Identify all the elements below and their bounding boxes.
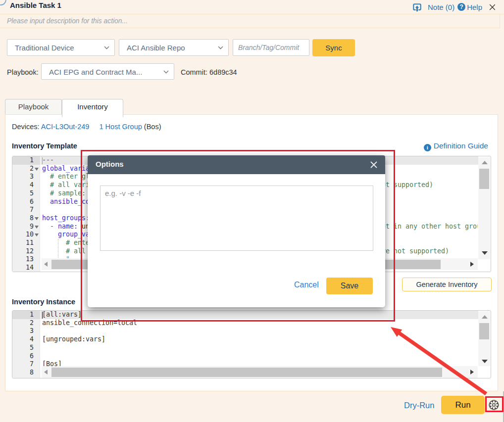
dialog-title: Ansible Task 1	[10, 1, 61, 9]
options-modal-header: Options	[88, 155, 385, 174]
commit-text: Commit: 6d89c34	[181, 68, 237, 76]
code-line: ansible_connection=local	[42, 319, 137, 328]
code-line: # sample:	[42, 189, 86, 198]
description-placeholder: Please input description for this action…	[7, 17, 128, 25]
chevron-down-icon	[104, 46, 109, 49]
fold-arrow-icon[interactable]	[35, 168, 39, 171]
definition-guide-label: Definition Guide	[434, 141, 488, 150]
note-link[interactable]: Note (0)	[428, 3, 454, 11]
line-number: 6	[12, 352, 34, 361]
line-number: 4	[12, 181, 34, 189]
editor2-vertical-scrollbar[interactable]	[478, 311, 490, 366]
corner-arc-decoration	[0, 0, 6, 5]
line-number: 5	[12, 344, 34, 352]
repo-select[interactable]: ACI Ansible Repo	[119, 39, 229, 56]
description-input[interactable]: Please input description for this action…	[0, 14, 500, 28]
devices-row: Devices: ACI-L3Out-249 1 Host Group (Bos…	[12, 123, 161, 131]
dry-run-link[interactable]: Dry-Run	[404, 401, 434, 410]
line-number: 13	[12, 255, 34, 264]
branch-input[interactable]: Branch/Tag/Commit	[233, 39, 309, 56]
code-line: host_groups:	[42, 214, 90, 223]
line-number: 5	[12, 189, 34, 198]
chevron-down-icon	[163, 70, 169, 74]
host-group-suffix: (Bos)	[144, 123, 161, 131]
line-number: 7	[12, 360, 34, 369]
run-button[interactable]: Run	[441, 396, 485, 414]
gear-icon[interactable]	[489, 400, 499, 410]
line-number: 1	[12, 156, 34, 165]
fold-arrow-icon[interactable]	[35, 226, 39, 229]
indent-guide	[58, 239, 58, 258]
options-modal: Options e.g. -v -e -f Cancel Save	[88, 155, 385, 307]
playbook-value: ACI EPG and Contract Ma...	[49, 68, 142, 76]
ansible-task-dialog: { "header": { "title": "Ansible Task 1",…	[0, 0, 504, 422]
line-number: 14	[12, 264, 34, 272]
code-line: [ungrouped:vars]	[42, 335, 105, 344]
device-type-select[interactable]: Traditional Device	[7, 39, 115, 56]
fold-arrow-icon[interactable]	[35, 234, 39, 236]
line-number: 2	[12, 319, 34, 328]
code-line: [all:vars]	[42, 311, 82, 319]
line-number: 7	[12, 206, 34, 214]
modal-close-icon[interactable]	[370, 161, 377, 168]
info-icon: i	[424, 144, 431, 151]
branch-placeholder: Branch/Tag/Commit	[238, 44, 299, 51]
inventory-template-heading: Inventory Template	[12, 142, 77, 150]
editor1-vertical-scrollbar[interactable]	[478, 157, 490, 259]
line-number: 12	[12, 247, 34, 256]
code-line: ---	[42, 156, 54, 165]
editor2-horizontal-scrollbar[interactable]	[42, 366, 478, 378]
text-cursor	[42, 312, 43, 319]
chevron-down-icon	[218, 46, 223, 49]
code-line-fragment: re not supported)	[382, 247, 449, 256]
line-number: 11	[12, 239, 34, 247]
help-link[interactable]: Help	[467, 3, 482, 11]
definition-guide-link[interactable]: iDefinition Guide	[424, 141, 488, 151]
line-number: 8	[12, 369, 34, 377]
options-textarea-placeholder: e.g. -v -e -f	[105, 189, 141, 197]
save-button[interactable]: Save	[326, 278, 373, 294]
options-textarea[interactable]: e.g. -v -e -f	[100, 186, 373, 251]
popout-icon[interactable]	[413, 3, 421, 11]
line-number: 1	[12, 311, 34, 319]
line-number: 2	[12, 165, 34, 173]
line-number: 9	[12, 223, 34, 231]
tab-inventory[interactable]: Inventory	[62, 99, 123, 117]
options-modal-title: Options	[96, 160, 124, 168]
device-link[interactable]: ACI-L3Out-249	[41, 123, 90, 131]
sync-button[interactable]: Sync	[312, 39, 355, 56]
code-line-fragment: ot in any other host grou	[382, 223, 478, 231]
line-number: 10	[12, 231, 34, 239]
playbook-select[interactable]: ACI EPG and Contract Ma...	[41, 63, 174, 80]
cancel-button[interactable]: Cancel	[294, 281, 319, 289]
line-number: 3	[12, 173, 34, 181]
help-icon[interactable]: ?	[457, 3, 465, 11]
line-number: 6	[12, 198, 34, 206]
dialog-header: Ansible Task 1 Note (0) ? Help	[0, 0, 504, 14]
line-number: 3	[12, 327, 34, 335]
host-group-link[interactable]: 1 Host Group	[100, 123, 142, 131]
device-type-value: Traditional Device	[15, 44, 74, 52]
generate-inventory-button[interactable]: Generate Inventory	[402, 278, 492, 291]
devices-label: Devices:	[12, 123, 40, 131]
inventory-instance-heading: Inventory Instance	[12, 298, 75, 306]
playbook-label: Playbook:	[7, 68, 39, 76]
tab-playbook[interactable]: Playbook	[5, 99, 62, 114]
fold-arrow-icon[interactable]	[35, 217, 39, 220]
line-number: 4	[12, 335, 34, 344]
text-cursor	[42, 157, 43, 164]
close-icon[interactable]	[489, 4, 496, 10]
repo-value: ACI Ansible Repo	[127, 44, 185, 52]
code-line-fragment: ot supported)	[382, 181, 433, 189]
line-number: 8	[12, 214, 34, 223]
